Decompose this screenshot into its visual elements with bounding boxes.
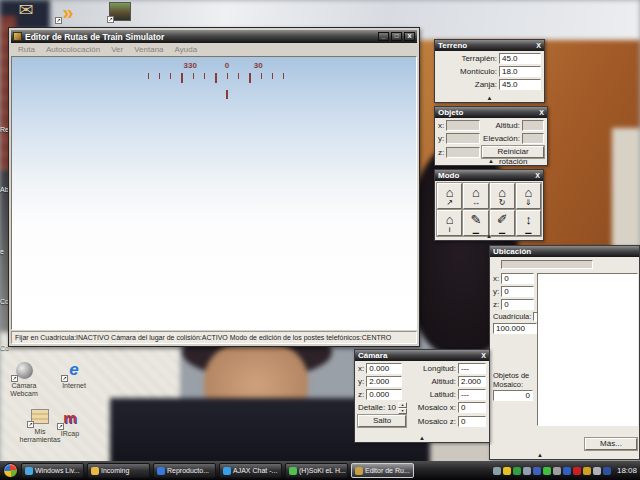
menu-ventana[interactable]: Ventana — [134, 45, 163, 54]
objeto-x-field[interactable] — [446, 120, 480, 131]
tray-updates-icon[interactable] — [493, 467, 501, 475]
menu-ayuda[interactable]: Ayuda — [175, 45, 198, 54]
objetos-mosaico-label: Objetos de Mosaico: — [493, 371, 535, 389]
close-icon[interactable]: X — [481, 351, 486, 360]
mode-drop-to-ground-button[interactable]: ⌂⇓ — [516, 183, 541, 209]
task-label: Editor de Ru... — [365, 467, 410, 474]
desktop-icon-ircap[interactable]: m ↗ IRcap — [46, 408, 94, 438]
close-button[interactable]: X — [404, 32, 415, 41]
task-label: Reproducto... — [167, 467, 209, 474]
mode-place-object-button[interactable]: ⌂↗ — [437, 183, 462, 209]
task-incoming[interactable]: Incoming — [87, 463, 150, 478]
task-soki-chat[interactable]: (H)SoKi eL H... — [285, 463, 348, 478]
terraplen-field[interactable]: 45.0 — [499, 53, 541, 64]
modo-titlebar[interactable]: Modo X — [435, 170, 543, 181]
camara-z-field[interactable]: 0.000 — [366, 389, 402, 400]
altitud-label: Altitud: — [482, 121, 520, 130]
tray-windows-icon[interactable] — [533, 467, 541, 475]
folder-icon — [91, 467, 99, 475]
mode-rotate-object-button[interactable]: ⌂↻ — [490, 183, 515, 209]
desktop-icon-chevrons[interactable]: » ↗ — [44, 2, 92, 24]
mosaic-objects-list[interactable] — [537, 273, 638, 426]
tray-security-shield-icon[interactable] — [503, 467, 511, 475]
menu-ruta[interactable]: Ruta — [18, 45, 35, 54]
tray-ati-icon[interactable] — [573, 467, 581, 475]
camara-x-field[interactable]: 0.000 — [366, 363, 402, 374]
collapse-arrow-icon[interactable]: ▲ — [435, 94, 544, 102]
desktop-icon-internet[interactable]: e ↗ Internet — [50, 360, 98, 390]
mas-button[interactable]: Más... — [585, 438, 637, 450]
grid-size-field[interactable]: 100.000 — [493, 323, 537, 334]
close-icon[interactable]: X — [536, 41, 541, 50]
ubicacion-z-field[interactable]: 0 — [501, 299, 534, 310]
desktop-icon-webcam[interactable]: ↗ Cámara Webcam — [0, 360, 48, 398]
internet-explorer-icon — [223, 467, 231, 475]
task-reproductor[interactable]: Reproducto... — [153, 463, 216, 478]
tray-emule-icon[interactable] — [603, 467, 611, 475]
task-editor-rutas[interactable]: Editor de Ru... — [351, 463, 414, 478]
desktop-icon-mail[interactable]: ✉ — [2, 0, 50, 22]
tray-skype-icon[interactable] — [513, 467, 521, 475]
window-title: Editor de Rutas de Train Simulator — [25, 32, 164, 42]
tray-disc-icon[interactable] — [593, 467, 601, 475]
compass-ticks — [148, 73, 284, 85]
menu-autocolocacion[interactable]: Autocolocación — [46, 45, 100, 54]
detalle-spinner[interactable]: ▴▾ — [398, 402, 407, 413]
close-icon[interactable]: X — [539, 108, 544, 117]
task-windows-live[interactable]: Windows Liv... — [21, 463, 84, 478]
shortcut-arrow-icon: ↗ — [11, 375, 18, 382]
close-icon[interactable]: X — [535, 171, 540, 180]
monticulo-field[interactable]: 18.0 — [499, 66, 541, 77]
shortcut-arrow-icon: ↗ — [55, 17, 62, 24]
tray-pencil-icon[interactable] — [583, 467, 591, 475]
tray-messenger-icon[interactable] — [543, 467, 551, 475]
ubicacion-name-field[interactable] — [501, 260, 593, 269]
zanja-field[interactable]: 45.0 — [499, 79, 541, 90]
ubicacion-titlebar[interactable]: Ubicación — [490, 246, 639, 257]
train-icon — [355, 467, 363, 475]
shortcut-arrow-icon: ↗ — [57, 423, 64, 430]
ubicacion-y-field[interactable]: 0 — [501, 286, 534, 297]
altitud-field[interactable] — [522, 120, 544, 131]
collapse-arrow-icon[interactable]: ▲ — [435, 157, 547, 165]
viewport-3d[interactable]: 330 0 30 — [11, 56, 417, 330]
taskbar-clock: 18:08 — [617, 466, 637, 475]
objeto-titlebar[interactable]: Objeto X — [435, 107, 547, 118]
house-place-icon: ⌂ — [446, 187, 454, 199]
mirc-icon: m — [63, 414, 76, 422]
camara-y-field[interactable]: 2.000 — [366, 376, 402, 387]
latitud-field: --- — [458, 389, 486, 400]
terraplen-label: Terraplén: — [438, 54, 497, 63]
terreno-titlebar[interactable]: Terreno X — [435, 40, 544, 51]
mosaico-z-field[interactable]: 0 — [458, 416, 486, 427]
messenger-user-icon — [289, 467, 297, 475]
shortcut-arrow-icon: ↗ — [107, 16, 114, 23]
zanja-label: Zanja: — [438, 80, 497, 89]
collapse-arrow-icon[interactable]: ▲ — [435, 232, 543, 240]
tray-openoffice-icon[interactable] — [563, 467, 571, 475]
palette-title: Cámara — [358, 351, 387, 360]
desktop-icon-label: Cámara Webcam — [0, 382, 48, 398]
objeto-y-field[interactable] — [446, 133, 480, 144]
mosaico-x-field[interactable]: 0 — [458, 402, 486, 413]
start-button[interactable] — [3, 463, 18, 478]
editor-window: Editor de Rutas de Train Simulator _ □ X… — [8, 27, 420, 347]
altitud-field[interactable]: 2.000 — [458, 376, 486, 387]
desktop-icon-train-photo[interactable]: ↗ — [96, 1, 144, 23]
maximize-button[interactable]: □ — [391, 32, 402, 41]
elevacion-label: Elevación: — [482, 134, 520, 143]
camara-titlebar[interactable]: Cámara X — [355, 350, 489, 361]
collapse-arrow-icon[interactable]: ▲ — [355, 434, 489, 442]
objeto-z-field[interactable] — [446, 147, 480, 158]
tray-network-icon[interactable] — [523, 467, 531, 475]
editor-titlebar[interactable]: Editor de Rutas de Train Simulator _ □ X — [11, 30, 417, 43]
collapse-arrow-icon[interactable]: ▲ — [490, 451, 590, 459]
tray-volume-icon[interactable] — [553, 467, 561, 475]
minimize-button[interactable]: _ — [378, 32, 389, 41]
task-ajax-chat[interactable]: AJAX Chat -... — [219, 463, 282, 478]
mode-move-object-button[interactable]: ⌂↔ — [463, 183, 488, 209]
menu-ver[interactable]: Ver — [111, 45, 123, 54]
elevacion-field[interactable] — [522, 133, 544, 144]
salto-button[interactable]: Salto — [358, 415, 406, 427]
ubicacion-x-field[interactable]: 0 — [501, 273, 534, 284]
